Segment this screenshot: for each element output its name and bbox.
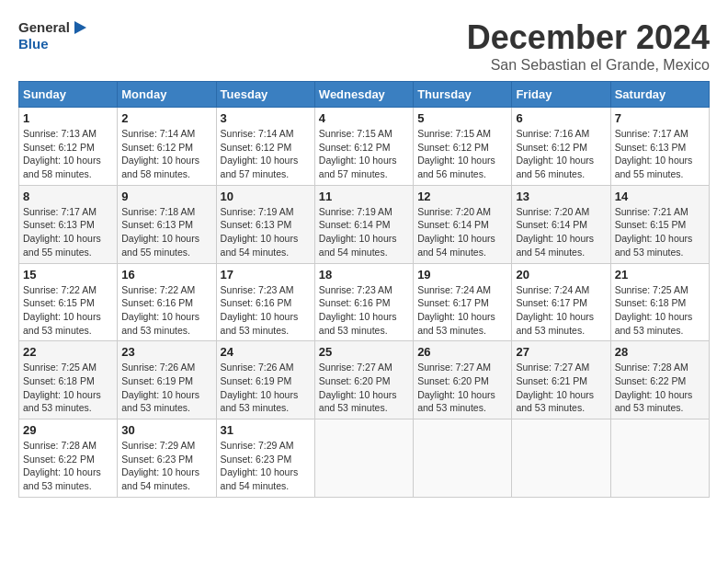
day-of-week-header: Friday bbox=[512, 82, 610, 108]
day-number: 15 bbox=[23, 268, 113, 282]
day-info: Sunrise: 7:27 AM Sunset: 6:20 PM Dayligh… bbox=[417, 361, 507, 415]
calendar-cell: 10Sunrise: 7:19 AM Sunset: 6:13 PM Dayli… bbox=[216, 185, 314, 263]
day-info: Sunrise: 7:20 AM Sunset: 6:14 PM Dayligh… bbox=[516, 205, 606, 259]
day-number: 5 bbox=[417, 111, 507, 125]
calendar-cell bbox=[314, 419, 413, 498]
day-info: Sunrise: 7:27 AM Sunset: 6:21 PM Dayligh… bbox=[516, 361, 606, 415]
day-info: Sunrise: 7:22 AM Sunset: 6:16 PM Dayligh… bbox=[121, 283, 211, 338]
calendar-cell: 31Sunrise: 7:29 AM Sunset: 6:23 PM Dayli… bbox=[216, 419, 314, 498]
calendar-cell bbox=[414, 419, 512, 498]
day-info: Sunrise: 7:19 AM Sunset: 6:14 PM Dayligh… bbox=[319, 205, 409, 259]
day-number: 19 bbox=[417, 268, 507, 282]
day-info: Sunrise: 7:29 AM Sunset: 6:23 PM Dayligh… bbox=[121, 439, 211, 493]
calendar-cell: 17Sunrise: 7:23 AM Sunset: 6:16 PM Dayli… bbox=[216, 263, 314, 341]
day-info: Sunrise: 7:26 AM Sunset: 6:19 PM Dayligh… bbox=[221, 361, 311, 415]
calendar-cell: 16Sunrise: 7:22 AM Sunset: 6:16 PM Dayli… bbox=[118, 263, 216, 341]
calendar-cell: 5Sunrise: 7:15 AM Sunset: 6:12 PM Daylig… bbox=[414, 108, 512, 186]
calendar-cell: 21Sunrise: 7:25 AM Sunset: 6:18 PM Dayli… bbox=[610, 263, 709, 341]
day-number: 26 bbox=[417, 345, 507, 359]
day-number: 31 bbox=[221, 423, 311, 437]
day-number: 24 bbox=[221, 345, 311, 359]
calendar-cell: 14Sunrise: 7:21 AM Sunset: 6:15 PM Dayli… bbox=[610, 185, 709, 263]
day-info: Sunrise: 7:25 AM Sunset: 6:18 PM Dayligh… bbox=[615, 283, 705, 338]
day-number: 16 bbox=[121, 268, 211, 282]
calendar-cell: 26Sunrise: 7:27 AM Sunset: 6:20 PM Dayli… bbox=[414, 341, 512, 419]
day-number: 21 bbox=[615, 268, 705, 282]
calendar-cell: 13Sunrise: 7:20 AM Sunset: 6:14 PM Dayli… bbox=[512, 185, 610, 263]
day-number: 4 bbox=[319, 111, 409, 125]
day-number: 9 bbox=[121, 190, 211, 203]
day-info: Sunrise: 7:19 AM Sunset: 6:13 PM Dayligh… bbox=[221, 205, 311, 259]
calendar-cell: 11Sunrise: 7:19 AM Sunset: 6:14 PM Dayli… bbox=[314, 185, 413, 263]
calendar: SundayMondayTuesdayWednesdayThursdayFrid… bbox=[18, 81, 710, 498]
calendar-cell: 24Sunrise: 7:26 AM Sunset: 6:19 PM Dayli… bbox=[216, 341, 314, 419]
title-section: December 2024 San Sebastian el Grande, M… bbox=[467, 18, 710, 74]
day-number: 8 bbox=[23, 190, 113, 203]
day-number: 22 bbox=[23, 345, 113, 359]
day-number: 12 bbox=[417, 190, 507, 203]
calendar-cell: 23Sunrise: 7:26 AM Sunset: 6:19 PM Dayli… bbox=[118, 341, 216, 419]
calendar-cell: 7Sunrise: 7:17 AM Sunset: 6:13 PM Daylig… bbox=[610, 108, 709, 186]
day-number: 6 bbox=[516, 111, 606, 125]
calendar-cell: 3Sunrise: 7:14 AM Sunset: 6:12 PM Daylig… bbox=[216, 108, 314, 186]
calendar-cell: 25Sunrise: 7:27 AM Sunset: 6:20 PM Dayli… bbox=[314, 341, 413, 419]
calendar-cell: 15Sunrise: 7:22 AM Sunset: 6:15 PM Dayli… bbox=[19, 263, 118, 341]
day-info: Sunrise: 7:23 AM Sunset: 6:16 PM Dayligh… bbox=[319, 283, 409, 338]
calendar-cell: 1Sunrise: 7:13 AM Sunset: 6:12 PM Daylig… bbox=[19, 108, 118, 186]
calendar-cell: 19Sunrise: 7:24 AM Sunset: 6:17 PM Dayli… bbox=[414, 263, 512, 341]
day-info: Sunrise: 7:17 AM Sunset: 6:13 PM Dayligh… bbox=[23, 205, 113, 259]
calendar-cell: 27Sunrise: 7:27 AM Sunset: 6:21 PM Dayli… bbox=[512, 341, 610, 419]
day-info: Sunrise: 7:17 AM Sunset: 6:13 PM Dayligh… bbox=[615, 127, 705, 181]
day-of-week-header: Saturday bbox=[610, 82, 709, 108]
day-number: 25 bbox=[319, 345, 409, 359]
day-of-week-header: Thursday bbox=[414, 82, 512, 108]
day-number: 17 bbox=[221, 268, 311, 282]
day-number: 20 bbox=[516, 268, 606, 282]
calendar-cell: 29Sunrise: 7:28 AM Sunset: 6:22 PM Dayli… bbox=[19, 419, 118, 498]
day-info: Sunrise: 7:22 AM Sunset: 6:15 PM Dayligh… bbox=[23, 283, 113, 338]
day-info: Sunrise: 7:15 AM Sunset: 6:12 PM Dayligh… bbox=[417, 127, 507, 181]
day-info: Sunrise: 7:20 AM Sunset: 6:14 PM Dayligh… bbox=[417, 205, 507, 259]
calendar-cell bbox=[610, 419, 709, 498]
calendar-cell: 20Sunrise: 7:24 AM Sunset: 6:17 PM Dayli… bbox=[512, 263, 610, 341]
day-of-week-header: Wednesday bbox=[314, 82, 413, 108]
day-info: Sunrise: 7:18 AM Sunset: 6:13 PM Dayligh… bbox=[121, 205, 211, 259]
calendar-cell: 18Sunrise: 7:23 AM Sunset: 6:16 PM Dayli… bbox=[314, 263, 413, 341]
day-info: Sunrise: 7:15 AM Sunset: 6:12 PM Dayligh… bbox=[319, 127, 409, 181]
day-info: Sunrise: 7:26 AM Sunset: 6:19 PM Dayligh… bbox=[121, 361, 211, 415]
day-number: 27 bbox=[516, 345, 606, 359]
day-info: Sunrise: 7:24 AM Sunset: 6:17 PM Dayligh… bbox=[417, 283, 507, 338]
calendar-cell: 12Sunrise: 7:20 AM Sunset: 6:14 PM Dayli… bbox=[414, 185, 512, 263]
day-number: 28 bbox=[615, 345, 705, 359]
day-number: 30 bbox=[121, 423, 211, 437]
day-number: 29 bbox=[23, 423, 113, 437]
day-number: 23 bbox=[121, 345, 211, 359]
logo: General Blue bbox=[18, 18, 88, 52]
day-info: Sunrise: 7:29 AM Sunset: 6:23 PM Dayligh… bbox=[221, 439, 311, 493]
calendar-cell: 6Sunrise: 7:16 AM Sunset: 6:12 PM Daylig… bbox=[512, 108, 610, 186]
calendar-cell bbox=[512, 419, 610, 498]
calendar-cell: 4Sunrise: 7:15 AM Sunset: 6:12 PM Daylig… bbox=[314, 108, 413, 186]
day-of-week-header: Sunday bbox=[19, 82, 118, 108]
day-info: Sunrise: 7:25 AM Sunset: 6:18 PM Dayligh… bbox=[23, 361, 113, 415]
calendar-cell: 2Sunrise: 7:14 AM Sunset: 6:12 PM Daylig… bbox=[118, 108, 216, 186]
calendar-cell: 28Sunrise: 7:28 AM Sunset: 6:22 PM Dayli… bbox=[610, 341, 709, 419]
logo-blue-text: Blue bbox=[18, 37, 49, 52]
day-number: 7 bbox=[615, 111, 705, 125]
day-number: 11 bbox=[319, 190, 409, 203]
location-title: San Sebastian el Grande, Mexico bbox=[467, 57, 710, 74]
day-info: Sunrise: 7:14 AM Sunset: 6:12 PM Dayligh… bbox=[221, 127, 311, 181]
svg-marker-0 bbox=[74, 21, 86, 34]
day-number: 3 bbox=[221, 111, 311, 125]
logo-general-text: General bbox=[18, 20, 70, 36]
day-of-week-header: Tuesday bbox=[216, 82, 314, 108]
calendar-cell: 22Sunrise: 7:25 AM Sunset: 6:18 PM Dayli… bbox=[19, 341, 118, 419]
calendar-cell: 30Sunrise: 7:29 AM Sunset: 6:23 PM Dayli… bbox=[118, 419, 216, 498]
day-info: Sunrise: 7:16 AM Sunset: 6:12 PM Dayligh… bbox=[516, 127, 606, 181]
day-info: Sunrise: 7:24 AM Sunset: 6:17 PM Dayligh… bbox=[516, 283, 606, 338]
day-info: Sunrise: 7:28 AM Sunset: 6:22 PM Dayligh… bbox=[615, 361, 705, 415]
day-of-week-header: Monday bbox=[118, 82, 216, 108]
day-info: Sunrise: 7:21 AM Sunset: 6:15 PM Dayligh… bbox=[615, 205, 705, 259]
day-info: Sunrise: 7:13 AM Sunset: 6:12 PM Dayligh… bbox=[23, 127, 113, 181]
calendar-cell: 8Sunrise: 7:17 AM Sunset: 6:13 PM Daylig… bbox=[19, 185, 118, 263]
